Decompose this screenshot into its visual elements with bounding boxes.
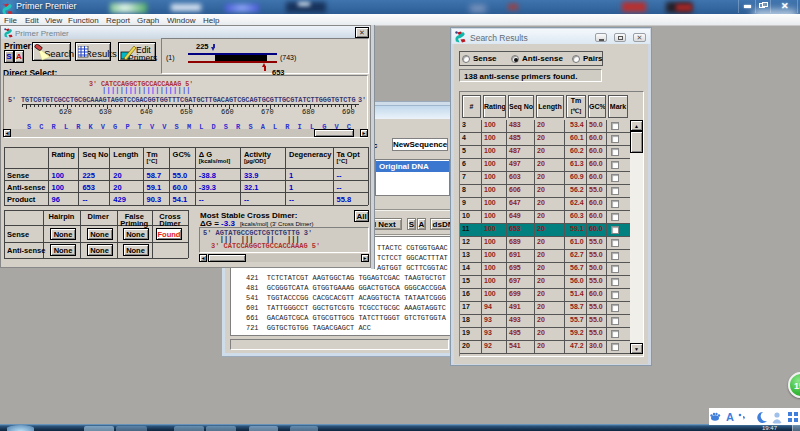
svg-text:A: A [726, 411, 734, 423]
